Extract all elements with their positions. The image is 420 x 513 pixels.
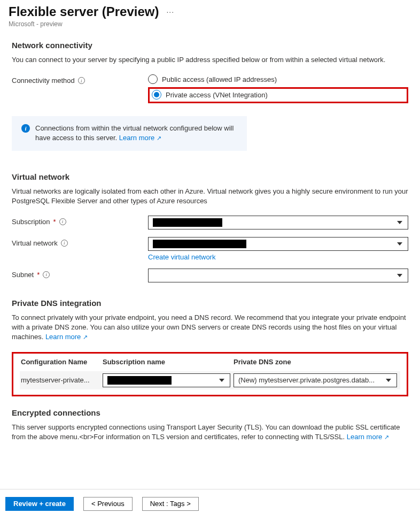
info-bar: i Connections from within the virtual ne… — [12, 116, 247, 150]
info-icon[interactable]: i — [61, 240, 68, 247]
dns-col-sub: Subscription name — [103, 358, 234, 366]
next-button[interactable]: Next : Tags > — [142, 497, 199, 511]
vnet-label: Virtual network — [12, 239, 58, 247]
encrypted-heading: Encrypted connections — [12, 408, 408, 417]
vnet-select[interactable] — [148, 237, 408, 251]
info-bar-icon: i — [21, 124, 30, 133]
dns-col-zone: Private DNS zone — [234, 358, 400, 366]
subnet-label: Subnet — [12, 271, 34, 279]
encrypted-learn-more-link[interactable]: Learn more ↗ — [347, 433, 389, 441]
external-link-icon: ↗ — [157, 135, 161, 141]
review-create-button[interactable]: Review + create — [5, 497, 74, 511]
radio-public-access[interactable]: Public access (allowed IP addresses) — [148, 74, 408, 84]
subnet-select[interactable] — [148, 269, 408, 282]
more-icon[interactable]: ··· — [166, 7, 174, 16]
radio-private-access[interactable]: Private access (VNet Integration) — [152, 90, 268, 99]
dns-learn-more-link[interactable]: Learn more ↗ — [45, 333, 88, 341]
radio-icon-selected — [152, 90, 161, 99]
redacted-value — [107, 376, 172, 385]
radio-public-label: Public access (allowed IP addresses) — [162, 75, 277, 83]
dns-col-config: Configuration Name — [20, 358, 103, 366]
dns-highlight-box: Configuration Name Subscription name Pri… — [12, 352, 408, 396]
radio-private-label: Private access (VNet Integration) — [166, 91, 268, 99]
required-indicator: * — [53, 218, 56, 226]
vnet-description: Virtual networks are logically isolated … — [12, 187, 408, 206]
connectivity-method-field: Connectivity method i Public access (all… — [12, 74, 408, 103]
required-indicator: * — [37, 271, 40, 279]
dns-subscription-select[interactable] — [103, 373, 230, 387]
footer-actions: Review + create < Previous Next : Tags > — [0, 489, 420, 513]
vnet-heading: Virtual network — [12, 172, 408, 181]
create-vnet-link[interactable]: Create virtual network — [148, 253, 215, 261]
highlight-private-access: Private access (VNet Integration) — [148, 87, 408, 103]
info-icon[interactable]: i — [78, 77, 85, 84]
dns-zone-value: (New) mytestserver.private.postgres.data… — [238, 376, 375, 384]
dns-heading: Private DNS integration — [12, 298, 408, 308]
dns-table-row: mytestserver-private... (New) mytestserv… — [20, 371, 400, 389]
external-link-icon: ↗ — [384, 434, 389, 440]
subscription-field: Subscription * i — [12, 216, 408, 229]
subnet-field: Subnet * i — [12, 269, 408, 282]
dns-config-name: mytestserver-private... — [20, 376, 103, 384]
info-icon[interactable]: i — [59, 218, 66, 225]
subscription-select[interactable] — [148, 216, 408, 229]
connectivity-method-label: Connectivity method — [12, 76, 75, 85]
previous-button[interactable]: < Previous — [83, 497, 133, 511]
network-description: You can connect to your server by specif… — [12, 55, 408, 65]
network-heading: Network connectivity — [12, 41, 408, 50]
subscription-label: Subscription — [12, 218, 50, 226]
external-link-icon: ↗ — [83, 334, 88, 340]
vnet-field: Virtual network i Create virtual network — [12, 237, 408, 261]
redacted-value — [153, 218, 222, 227]
page-subtitle: Microsoft - preview — [9, 20, 411, 28]
radio-icon — [148, 74, 158, 84]
info-learn-more-link[interactable]: Learn more ↗ — [119, 134, 161, 142]
page-header: Flexible server (Preview) ··· Microsoft … — [0, 0, 420, 31]
dns-description: To connect privately with your private e… — [12, 313, 408, 342]
page-title: Flexible server (Preview) — [9, 4, 159, 19]
info-icon[interactable]: i — [43, 271, 50, 278]
dns-table-header: Configuration Name Subscription name Pri… — [20, 358, 400, 371]
redacted-value — [153, 240, 246, 248]
dns-zone-select[interactable]: (New) mytestserver.private.postgres.data… — [234, 373, 397, 387]
encrypted-description: This server supports encrypted connectio… — [12, 423, 408, 442]
